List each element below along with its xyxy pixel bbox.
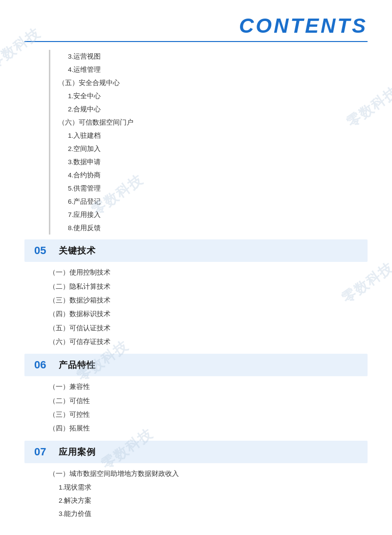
page-title: CONTENTS (239, 15, 368, 37)
page-container: 零数科技 零数科技 零数科技 零数科技 零数科技 零数科技 CONTENTS 3… (0, 0, 392, 535)
section-07-number: 07 (34, 446, 52, 458)
section-05-title: 关键技术 (59, 245, 96, 257)
list-item: 1.安全中心 (58, 89, 368, 103)
page-header: CONTENTS (24, 10, 368, 37)
list-item: 1.入驻建档 (58, 129, 368, 142)
list-item: （五）安全合规中心 (58, 76, 368, 89)
list-item: 2.合规中心 (58, 103, 368, 116)
list-item: 4.运维管理 (58, 63, 368, 76)
list-item: 3.运营视图 (58, 50, 368, 63)
list-item: 6.产品登记 (58, 195, 368, 208)
section-06-content: （一）兼容性 （二）可信性 （三）可控性 （四）拓展性 (24, 380, 368, 435)
list-item: 2.空间加入 (58, 142, 368, 155)
section-06-header: 06 产品特性 (24, 354, 368, 376)
list-item: （二）可信性 (49, 394, 368, 408)
list-item: （三）可控性 (49, 408, 368, 422)
continuation-section: 3.运营视图 4.运维管理 （五）安全合规中心 1.安全中心 2.合规中心 （六… (49, 50, 368, 235)
list-item: （六）可信数据空间门户 (58, 116, 368, 129)
header-divider (24, 41, 368, 42)
list-item: 4.合约协商 (58, 169, 368, 182)
section-05-number: 05 (34, 244, 52, 257)
section-07-title: 应用案例 (59, 446, 96, 458)
list-item: 3.能力价值 (49, 507, 368, 520)
list-item: （一）使用控制技术 (49, 266, 368, 279)
list-item: （三）数据沙箱技术 (49, 294, 368, 307)
list-item: 5.供需管理 (58, 182, 368, 195)
list-item: （四）拓展性 (49, 422, 368, 435)
list-item: 1.现状需求 (49, 481, 368, 494)
list-item: 8.使用反馈 (58, 221, 368, 235)
section-05-content: （一）使用控制技术 （二）隐私计算技术 （三）数据沙箱技术 （四）数据标识技术 … (24, 266, 368, 349)
section-07-header: 07 应用案例 (24, 441, 368, 463)
section-06-title: 产品特性 (59, 359, 96, 371)
list-item: （四）数据标识技术 (49, 307, 368, 321)
list-item: 7.应用接入 (58, 208, 368, 221)
list-item: （六）可信存证技术 (49, 335, 368, 349)
list-item: （一）城市数据空间助增地方数据财政收入 (49, 467, 368, 481)
section-06-number: 06 (34, 359, 52, 371)
section-07-content: （一）城市数据空间助增地方数据财政收入 1.现状需求 2.解决方案 3.能力价值 (24, 467, 368, 520)
list-item: （二）隐私计算技术 (49, 280, 368, 294)
list-item: （五）可信认证技术 (49, 321, 368, 335)
section-05-header: 05 关键技术 (24, 239, 368, 262)
list-item: 3.数据申请 (58, 155, 368, 169)
list-item: （一）兼容性 (49, 380, 368, 394)
list-item: 2.解决方案 (49, 494, 368, 507)
